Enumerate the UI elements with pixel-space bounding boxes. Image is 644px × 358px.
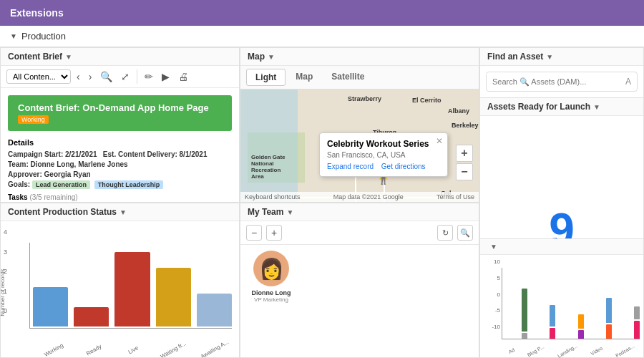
toolbar-divider [137,69,137,84]
tag-lead-generation[interactable]: Lead Generation [32,180,90,189]
assets-ready-title: Assets Ready for Launch [487,102,590,112]
actest-y-labels: 1050-5-10 [480,258,500,330]
find-asset-dropdown[interactable]: ▼ [546,53,553,61]
actest-bars [502,268,640,339]
map-popup: ✕ Celebrity Workout Series San Francisco… [319,132,448,177]
map-panel-header: Map ▼ [240,48,479,66]
team-member: 👩 Dionne Long VP Marketing [246,251,296,303]
expand-toolbar-button[interactable]: ⤢ [118,69,132,84]
search-toolbar-button[interactable]: 🔍 [97,69,115,84]
content-production-status-panel: Content Production Status ▼ 43210 Number… [0,203,240,358]
chart-x-labels: WorkingReadyLiveWaiting fr...Awaiting A.… [32,347,232,354]
map-footer-shortcuts[interactable]: Keyboard shortcuts [245,193,301,200]
actest-bar [550,328,555,339]
est-delivery-value: 8/1/2021 [180,150,208,158]
map-label-albany: Albany [448,107,469,115]
actest-x-labels: AdBlog P...Landing...VideoPodcas... [502,349,640,354]
assets-ready-dropdown[interactable]: ▼ [593,103,600,111]
actest-bar [522,289,527,332]
actest-group [615,268,640,339]
sub-header: ▼ Production [0,26,644,47]
brief-status: Working [18,115,49,124]
map-popup-title: Celebrity Workout Series [327,139,440,149]
actest-bar [634,321,640,339]
team-search-button[interactable]: 🔍 [457,225,473,241]
actest-bar [606,298,612,323]
map-label-strawberry: Strawberry [348,95,381,102]
actual-vs-estimated-dropdown[interactable]: ▼ [490,243,497,251]
production-label: Production [21,31,66,42]
content-brief-header: Content Brief ▼ [1,48,239,66]
map-label-el-cerrito: El Cerrito [412,97,441,104]
assets-ready-header: Assets Ready for Launch ▼ [480,98,643,116]
content-brief-title: Content Brief [8,52,62,62]
team-refresh-button[interactable]: ↻ [437,225,453,241]
chart-bars [29,243,232,329]
header-title: Extensions [10,7,64,19]
actest-x-label: Video [590,346,603,357]
chart-bar [74,307,109,327]
content-type-select[interactable]: All Conten... [6,69,71,84]
print-button[interactable]: 🖨 [175,69,191,84]
status-dropdown[interactable]: ▼ [119,208,127,216]
team-label: Team: [8,160,29,168]
actest-bar [634,306,640,319]
asset-search-input[interactable] [487,73,620,90]
team-body: 👩 Dionne Long VP Marketing [240,245,479,357]
actest-bar [522,333,527,339]
play-button[interactable]: ▶ [159,69,172,84]
my-team-header: My Team ▼ [240,203,479,221]
map-footer-data: Map data ©2021 Google [333,193,404,200]
map-popup-close[interactable]: ✕ [436,136,443,146]
tag-thought-leadership[interactable]: Thought Leadership [94,180,164,189]
get-directions-link[interactable]: Get directions [381,163,426,170]
status-panel-header: Content Production Status ▼ [1,203,239,221]
actest-x-label: Podcas... [615,344,635,358]
approver-label: Approver: [8,170,42,178]
tab-light[interactable]: Light [246,69,286,86]
find-asset-section: Find an Asset ▼ A [480,48,643,97]
actual-vs-estimated-header: ▼ [480,239,643,255]
team-avatar: 👩 [253,251,289,286]
next-button[interactable]: › [86,69,95,84]
tab-satellite[interactable]: Satellite [323,69,373,86]
chart-x-label: Live [119,340,147,358]
map-popup-subtitle: San Francisco, CA, USA [327,151,440,159]
expand-record-link[interactable]: Expand record [327,163,374,170]
team-zoom-out-button[interactable]: − [246,225,262,241]
status-title: Content Production Status [8,207,117,217]
campaign-start-value: 2/21/2021 [65,150,97,158]
map-title: Map [248,52,265,62]
zoom-in-button[interactable]: + [456,145,473,162]
map-dropdown-arrow[interactable]: ▼ [268,53,275,61]
chart-bar [114,252,150,327]
chart-x-label: Working [40,340,68,358]
team-toolbar: − + ↻ 🔍 [240,221,479,245]
content-brief-dropdown-arrow[interactable]: ▼ [65,53,72,61]
actual-vs-estimated-panel: ▼ 1050-5-10 AdBlog P...Landing...VideoPo… [479,238,644,358]
team-zoom-in-button[interactable]: + [266,225,282,241]
map-panel: Map ▼ Light Map Satellite El Cerrito Alb… [240,47,479,203]
my-team-dropdown[interactable]: ▼ [286,208,293,216]
brief-details-title: Details [8,138,232,147]
team-value: Dionne Long, Marlene Jones [31,160,128,168]
chart-x-label: Awaiting A... [200,340,228,358]
content-brief-toolbar: All Conten... ‹ › 🔍 ⤢ ✏ ▶ 🖨 [1,66,239,88]
chart-area: 43210 Number of records WorkingReadyLive… [1,221,239,357]
actest-group [502,268,527,339]
brief-tasks-title: Tasks (3/5 remaining) [8,193,232,201]
actest-group [587,268,612,339]
brief-approver: Approver: Georgia Ryan [8,170,232,178]
actest-x-label: Landing... [557,343,578,358]
brief-campaign-start: Campaign Start: 2/21/2021 Est. Content D… [8,150,232,158]
map-footer-terms[interactable]: Terms of Use [436,193,474,200]
chart-bar [197,294,232,326]
chart-x-label: Waiting fr... [160,340,187,358]
chart-bar [33,287,68,326]
edit-button[interactable]: ✏ [142,69,156,84]
find-asset-header: Find an Asset ▼ [480,48,643,66]
content-brief-body: Content Brief: On-Demand App Home Page W… [1,88,239,202]
tab-map[interactable]: Map [287,69,321,86]
prev-button[interactable]: ‹ [74,69,83,84]
zoom-out-button[interactable]: − [456,163,473,180]
